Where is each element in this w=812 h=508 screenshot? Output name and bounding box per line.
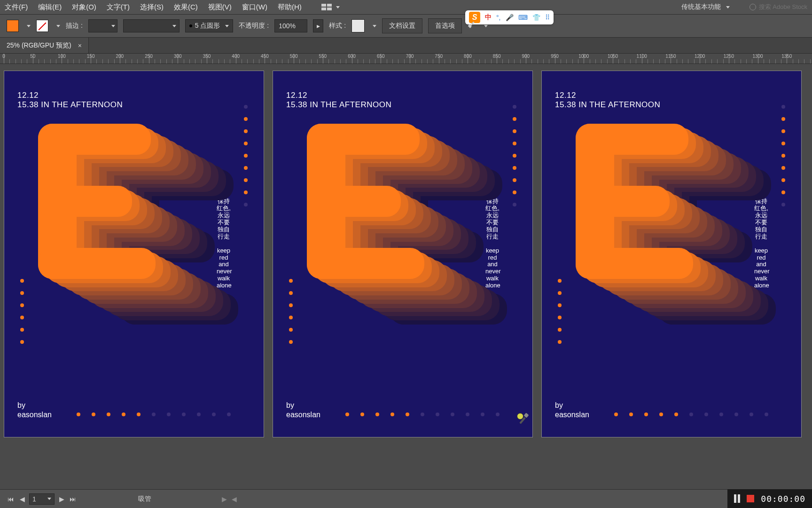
last-artboard-button[interactable]: ⏭ <box>69 494 77 504</box>
menu-edit[interactable]: 编辑(E) <box>38 3 62 12</box>
scroll-left-button[interactable]: ▶ <box>222 495 227 503</box>
dots-left <box>289 279 293 344</box>
close-icon[interactable]: × <box>78 42 82 49</box>
stroke-weight-input[interactable] <box>88 19 117 32</box>
document-tab[interactable]: 25% (RGB/GPU 预览) × <box>0 38 89 53</box>
brush-value: 5 点圆形 <box>195 22 220 30</box>
fill-swatch[interactable] <box>7 20 19 32</box>
ime-punct-icon[interactable]: °, <box>496 14 501 21</box>
poster-date: 12.12 <box>286 91 307 100</box>
poster-date: 12.12 <box>555 91 576 100</box>
poster-time: 15.38 IN THE AFTERNOON <box>555 100 660 110</box>
menu-window[interactable]: 窗口(W) <box>242 3 267 12</box>
poster-time: 15.38 IN THE AFTERNOON <box>17 100 123 110</box>
graphic-style-dropdown[interactable] <box>370 25 376 27</box>
screen-recorder-bar: 00:00:00 <box>727 489 812 508</box>
stroke-swatch[interactable] <box>36 20 48 32</box>
poster-by: by <box>17 401 25 410</box>
poster-author: easonslan <box>286 411 320 419</box>
opacity-label: 不透明度 : <box>239 22 269 30</box>
poster-by: by <box>555 401 563 410</box>
canvas-area[interactable]: 12.1215.38 IN THE AFTERNOONbyeasonslan保持… <box>0 64 812 489</box>
scroll-right-button[interactable]: ◀ <box>232 495 237 503</box>
menu-help[interactable]: 帮助(H) <box>278 3 302 12</box>
ime-mic-icon[interactable]: 🎤 <box>506 14 514 21</box>
menu-file[interactable]: 文件(F) <box>5 3 28 12</box>
menu-object[interactable]: 对象(O) <box>72 3 96 12</box>
menu-bar: 文件(F) 编辑(E) 对象(O) 文字(T) 选择(S) 效果(C) 视图(V… <box>0 0 812 14</box>
horizontal-ruler[interactable]: 0501001502002503003504004505005506006507… <box>0 54 812 64</box>
status-bar: ⏮ ◀ 1 ▶ ⏭ 吸管 ▶ ◀ <box>0 489 812 508</box>
opacity-flyout[interactable]: ▸ <box>313 19 323 32</box>
poster-letter-e <box>576 124 782 326</box>
poster-date: 12.12 <box>17 91 39 100</box>
search-icon <box>750 4 756 10</box>
recorder-time: 00:00:00 <box>761 494 805 504</box>
document-tab-bar: 25% (RGB/GPU 预览) × <box>0 38 812 54</box>
poster-letter-e <box>38 124 245 326</box>
artboard-3[interactable]: 12.1215.38 IN THE AFTERNOONbyeasonslan保持… <box>541 71 802 437</box>
menu-type[interactable]: 文字(T) <box>107 3 130 12</box>
menu-select[interactable]: 选择(S) <box>140 3 164 12</box>
opacity-value: 100% <box>279 22 296 30</box>
poster-time: 15.38 IN THE AFTERNOON <box>286 100 391 110</box>
chevron-down-icon <box>726 6 730 8</box>
dots-left <box>558 279 562 344</box>
fill-dropdown[interactable] <box>24 25 31 27</box>
graphic-style-swatch[interactable] <box>351 19 365 32</box>
poster-letter-e <box>307 124 514 326</box>
search-placeholder: 搜索 Adobe Stock <box>759 3 807 11</box>
prev-artboard-button[interactable]: ◀ <box>18 494 26 504</box>
poster-author: easonslan <box>555 411 589 419</box>
stroke-dropdown[interactable] <box>54 25 60 27</box>
next-artboard-button[interactable]: ▶ <box>57 494 66 504</box>
preferences-button[interactable]: 首选项 <box>428 18 462 33</box>
workspace-switcher[interactable]: 传统基本功能 <box>681 3 730 11</box>
poster-author: easonslan <box>17 411 52 419</box>
first-artboard-button[interactable]: ⏮ <box>7 494 15 504</box>
artboard-navigator: ⏮ ◀ 1 ▶ ⏭ <box>7 493 77 505</box>
brush-dot-icon <box>189 24 192 27</box>
workspace-label: 传统基本功能 <box>681 3 721 11</box>
recorder-pause-button[interactable] <box>734 494 740 503</box>
artboard-1[interactable]: 12.1215.38 IN THE AFTERNOONbyeasonslan保持… <box>4 71 264 437</box>
artboard-2[interactable]: 12.1215.38 IN THE AFTERNOONbyeasonslan保持… <box>273 71 533 437</box>
opacity-input[interactable]: 100% <box>274 19 307 32</box>
ime-language[interactable]: 中 <box>485 13 492 22</box>
poster-by: by <box>286 401 294 410</box>
eyedropper-cursor <box>516 412 530 426</box>
control-bar: 描边 : 5 点圆形 不透明度 : 100% ▸ 样式 : 文档设置 首选项 <box>0 14 812 38</box>
style-label: 样式 : <box>329 22 346 30</box>
ime-toolbar[interactable]: S 中 °, 🎤 ⌨ 👕 ⠿ <box>465 10 554 24</box>
dots-bottom <box>614 413 768 416</box>
dots-left <box>20 279 24 344</box>
dots-bottom <box>345 413 500 416</box>
current-tool-label: 吸管 <box>138 495 151 503</box>
ime-toolbox-icon[interactable]: ⠿ <box>545 14 550 21</box>
chevron-down-icon <box>336 6 340 8</box>
variable-width-profile[interactable] <box>123 19 180 32</box>
search-stock-input[interactable]: 搜索 Adobe Stock <box>750 3 807 11</box>
pin-dropdown[interactable] <box>482 25 488 27</box>
ime-keyboard-icon[interactable]: ⌨ <box>518 14 528 21</box>
arrange-documents-button[interactable] <box>321 4 340 10</box>
stroke-label: 描边 : <box>66 22 83 30</box>
menu-effect[interactable]: 效果(C) <box>174 3 198 12</box>
document-tab-label: 25% (RGB/GPU 预览) <box>7 41 71 50</box>
menu-view[interactable]: 视图(V) <box>208 3 232 12</box>
document-setup-button[interactable]: 文档设置 <box>382 18 422 33</box>
dots-bottom <box>77 413 231 416</box>
brush-definition[interactable]: 5 点圆形 <box>185 19 234 32</box>
artboard-number-input[interactable]: 1 <box>29 493 55 505</box>
ime-skin-icon[interactable]: 👕 <box>532 14 540 21</box>
recorder-stop-button[interactable] <box>747 495 754 502</box>
